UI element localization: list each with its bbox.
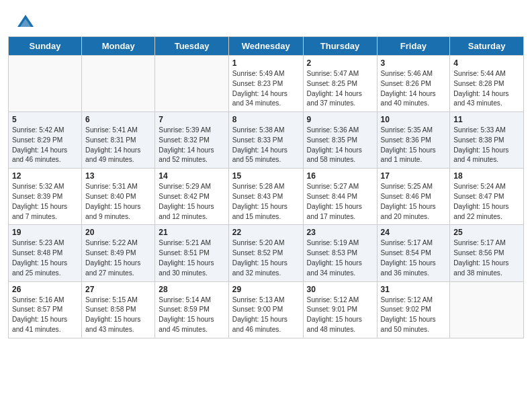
calendar-day-cell: 16Sunrise: 5:27 AM Sunset: 8:44 PM Dayli… — [303, 169, 377, 225]
calendar-header-thursday: Thursday — [303, 37, 377, 56]
day-info: Sunrise: 5:35 AM Sunset: 8:36 PM Dayligh… — [381, 126, 447, 165]
day-info: Sunrise: 5:41 AM Sunset: 8:31 PM Dayligh… — [85, 126, 151, 165]
calendar-day-cell: 8Sunrise: 5:38 AM Sunset: 8:33 PM Daylig… — [228, 112, 303, 169]
day-number: 31 — [381, 285, 447, 294]
calendar-day-cell: 15Sunrise: 5:28 AM Sunset: 8:43 PM Dayli… — [228, 169, 303, 225]
calendar-wrapper: SundayMondayTuesdayWednesdayThursdayFrid… — [0, 36, 532, 347]
day-number: 17 — [381, 171, 447, 181]
calendar-day-cell: 14Sunrise: 5:29 AM Sunset: 8:42 PM Dayli… — [155, 169, 228, 225]
day-number: 6 — [85, 115, 151, 124]
day-info: Sunrise: 5:31 AM Sunset: 8:40 PM Dayligh… — [85, 182, 151, 222]
calendar-day-cell: 19Sunrise: 5:23 AM Sunset: 8:48 PM Dayli… — [9, 225, 82, 281]
calendar-header-sunday: Sunday — [9, 37, 82, 56]
calendar-day-cell: 3Sunrise: 5:46 AM Sunset: 8:26 PM Daylig… — [377, 56, 450, 112]
calendar-week-row: 26Sunrise: 5:16 AM Sunset: 8:57 PM Dayli… — [9, 281, 524, 338]
day-number: 11 — [453, 115, 520, 124]
day-number: 15 — [232, 171, 300, 181]
calendar-day-cell: 22Sunrise: 5:20 AM Sunset: 8:52 PM Dayli… — [228, 225, 303, 281]
calendar-header-saturday: Saturday — [450, 37, 524, 56]
day-number: 24 — [381, 228, 447, 237]
day-info: Sunrise: 5:22 AM Sunset: 8:49 PM Dayligh… — [85, 238, 151, 278]
day-info: Sunrise: 5:47 AM Sunset: 8:25 PM Dayligh… — [307, 69, 373, 109]
day-info: Sunrise: 5:38 AM Sunset: 8:33 PM Dayligh… — [232, 126, 300, 165]
day-info: Sunrise: 5:19 AM Sunset: 8:53 PM Dayligh… — [307, 238, 373, 278]
calendar-day-cell: 4Sunrise: 5:44 AM Sunset: 8:28 PM Daylig… — [450, 56, 524, 112]
day-number: 13 — [85, 171, 151, 181]
day-number: 18 — [453, 171, 520, 181]
day-info: Sunrise: 5:27 AM Sunset: 8:44 PM Dayligh… — [307, 182, 373, 222]
day-number: 21 — [159, 228, 224, 237]
calendar-day-cell: 20Sunrise: 5:22 AM Sunset: 8:49 PM Dayli… — [82, 225, 155, 281]
calendar-day-cell: 25Sunrise: 5:17 AM Sunset: 8:56 PM Dayli… — [450, 225, 524, 281]
day-number: 12 — [12, 171, 78, 181]
day-info: Sunrise: 5:12 AM Sunset: 9:02 PM Dayligh… — [381, 295, 447, 335]
day-info: Sunrise: 5:32 AM Sunset: 8:39 PM Dayligh… — [12, 182, 78, 222]
calendar-day-cell: 31Sunrise: 5:12 AM Sunset: 9:02 PM Dayli… — [377, 281, 450, 338]
calendar-header-monday: Monday — [82, 37, 155, 56]
calendar-day-cell — [82, 56, 155, 112]
logo-icon — [16, 12, 35, 31]
calendar-day-cell: 7Sunrise: 5:39 AM Sunset: 8:32 PM Daylig… — [155, 112, 228, 169]
calendar-header-wednesday: Wednesday — [228, 37, 303, 56]
day-info: Sunrise: 5:44 AM Sunset: 8:28 PM Dayligh… — [453, 69, 520, 109]
day-info: Sunrise: 5:49 AM Sunset: 8:23 PM Dayligh… — [232, 69, 300, 109]
day-number: 25 — [453, 228, 520, 237]
day-number: 16 — [307, 171, 373, 181]
day-number: 4 — [453, 58, 520, 68]
day-info: Sunrise: 5:12 AM Sunset: 9:01 PM Dayligh… — [307, 295, 373, 335]
calendar-day-cell: 2Sunrise: 5:47 AM Sunset: 8:25 PM Daylig… — [303, 56, 377, 112]
calendar-day-cell: 29Sunrise: 5:13 AM Sunset: 9:00 PM Dayli… — [228, 281, 303, 338]
calendar-day-cell: 10Sunrise: 5:35 AM Sunset: 8:36 PM Dayli… — [377, 112, 450, 169]
calendar-day-cell: 23Sunrise: 5:19 AM Sunset: 8:53 PM Dayli… — [303, 225, 377, 281]
day-number: 22 — [232, 228, 300, 237]
calendar-day-cell — [450, 281, 524, 338]
day-info: Sunrise: 5:42 AM Sunset: 8:29 PM Dayligh… — [12, 126, 78, 165]
calendar-week-row: 1Sunrise: 5:49 AM Sunset: 8:23 PM Daylig… — [9, 56, 524, 112]
day-number: 19 — [12, 228, 78, 237]
day-info: Sunrise: 5:17 AM Sunset: 8:56 PM Dayligh… — [453, 238, 520, 278]
day-number: 27 — [85, 285, 151, 294]
day-number: 10 — [381, 115, 447, 124]
calendar-day-cell: 17Sunrise: 5:25 AM Sunset: 8:46 PM Dayli… — [377, 169, 450, 225]
day-info: Sunrise: 5:13 AM Sunset: 9:00 PM Dayligh… — [232, 295, 300, 335]
day-number: 1 — [232, 58, 300, 68]
calendar-day-cell: 11Sunrise: 5:33 AM Sunset: 8:38 PM Dayli… — [450, 112, 524, 169]
calendar-week-row: 5Sunrise: 5:42 AM Sunset: 8:29 PM Daylig… — [9, 112, 524, 169]
day-number: 20 — [85, 228, 151, 237]
day-info: Sunrise: 5:33 AM Sunset: 8:38 PM Dayligh… — [453, 126, 520, 165]
calendar-day-cell — [9, 56, 82, 112]
calendar-week-row: 19Sunrise: 5:23 AM Sunset: 8:48 PM Dayli… — [9, 225, 524, 281]
day-number: 28 — [159, 285, 224, 294]
day-info: Sunrise: 5:36 AM Sunset: 8:35 PM Dayligh… — [307, 126, 373, 165]
calendar-day-cell: 24Sunrise: 5:17 AM Sunset: 8:54 PM Dayli… — [377, 225, 450, 281]
calendar-day-cell: 21Sunrise: 5:21 AM Sunset: 8:51 PM Dayli… — [155, 225, 228, 281]
day-number: 30 — [307, 285, 373, 294]
day-number: 2 — [307, 58, 373, 68]
day-number: 8 — [232, 115, 300, 124]
day-number: 26 — [12, 285, 78, 294]
calendar-day-cell: 28Sunrise: 5:14 AM Sunset: 8:59 PM Dayli… — [155, 281, 228, 338]
day-info: Sunrise: 5:28 AM Sunset: 8:43 PM Dayligh… — [232, 182, 300, 222]
day-number: 29 — [232, 285, 300, 294]
calendar-day-cell: 6Sunrise: 5:41 AM Sunset: 8:31 PM Daylig… — [82, 112, 155, 169]
day-number: 14 — [159, 171, 224, 181]
calendar-day-cell: 27Sunrise: 5:15 AM Sunset: 8:58 PM Dayli… — [82, 281, 155, 338]
calendar-week-row: 12Sunrise: 5:32 AM Sunset: 8:39 PM Dayli… — [9, 169, 524, 225]
calendar-day-cell: 13Sunrise: 5:31 AM Sunset: 8:40 PM Dayli… — [82, 169, 155, 225]
day-info: Sunrise: 5:17 AM Sunset: 8:54 PM Dayligh… — [381, 238, 447, 278]
calendar-day-cell: 30Sunrise: 5:12 AM Sunset: 9:01 PM Dayli… — [303, 281, 377, 338]
calendar-day-cell: 5Sunrise: 5:42 AM Sunset: 8:29 PM Daylig… — [9, 112, 82, 169]
day-info: Sunrise: 5:25 AM Sunset: 8:46 PM Dayligh… — [381, 182, 447, 222]
day-info: Sunrise: 5:29 AM Sunset: 8:42 PM Dayligh… — [159, 182, 224, 222]
day-info: Sunrise: 5:46 AM Sunset: 8:26 PM Dayligh… — [381, 69, 447, 109]
day-info: Sunrise: 5:39 AM Sunset: 8:32 PM Dayligh… — [159, 126, 224, 165]
day-info: Sunrise: 5:16 AM Sunset: 8:57 PM Dayligh… — [12, 295, 78, 335]
day-info: Sunrise: 5:23 AM Sunset: 8:48 PM Dayligh… — [12, 238, 78, 278]
day-info: Sunrise: 5:21 AM Sunset: 8:51 PM Dayligh… — [159, 238, 224, 278]
calendar-header-tuesday: Tuesday — [155, 37, 228, 56]
calendar-day-cell: 1Sunrise: 5:49 AM Sunset: 8:23 PM Daylig… — [228, 56, 303, 112]
calendar-day-cell: 9Sunrise: 5:36 AM Sunset: 8:35 PM Daylig… — [303, 112, 377, 169]
day-number: 3 — [381, 58, 447, 68]
calendar-header-row: SundayMondayTuesdayWednesdayThursdayFrid… — [9, 37, 524, 56]
calendar-day-cell: 18Sunrise: 5:24 AM Sunset: 8:47 PM Dayli… — [450, 169, 524, 225]
